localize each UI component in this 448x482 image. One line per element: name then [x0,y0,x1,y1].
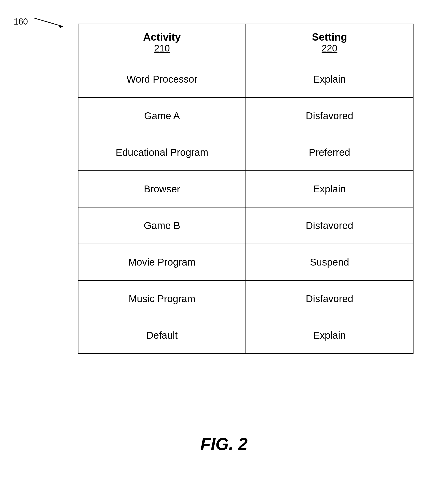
setting-cell: Explain [246,317,413,354]
table-row: Game ADisfavored [78,97,413,134]
setting-cell: Explain [246,171,413,207]
reference-arrow [30,15,68,29]
svg-marker-1 [59,24,63,28]
activity-header: Activity 210 [78,24,246,61]
activity-cell: Word Processor [78,61,246,97]
table-row: Game BDisfavored [78,207,413,244]
activity-cell: Music Program [78,280,246,317]
activity-settings-table: Activity 210 Setting 220 Word ProcessorE… [78,23,414,354]
reference-number: 160 [14,17,28,27]
setting-header: Setting 220 [246,24,413,61]
activity-header-number: 210 [83,43,241,54]
page-container: 160 Activity 210 Setting 220 [0,0,448,482]
setting-header-title: Setting [251,31,408,43]
table-row: Movie ProgramSuspend [78,244,413,280]
setting-cell: Explain [246,61,413,97]
setting-cell: Disfavored [246,97,413,134]
activity-cell: Game B [78,207,246,244]
table-body: Word ProcessorExplainGame ADisfavoredEdu… [78,61,413,354]
figure-label: FIG. 2 [200,434,248,454]
activity-cell: Default [78,317,246,354]
setting-cell: Suspend [246,244,413,280]
activity-cell: Educational Program [78,134,246,171]
activity-cell: Movie Program [78,244,246,280]
table-wrapper: Activity 210 Setting 220 Word ProcessorE… [78,23,414,354]
table-row: Educational ProgramPreferred [78,134,413,171]
setting-cell: Disfavored [246,280,413,317]
table-row: Music ProgramDisfavored [78,280,413,317]
setting-header-number: 220 [251,43,408,54]
table-header-row: Activity 210 Setting 220 [78,24,413,61]
table-row: DefaultExplain [78,317,413,354]
activity-cell: Browser [78,171,246,207]
activity-header-title: Activity [83,31,241,43]
table-row: BrowserExplain [78,171,413,207]
setting-cell: Disfavored [246,207,413,244]
svg-line-0 [34,18,63,26]
setting-cell: Preferred [246,134,413,171]
activity-cell: Game A [78,97,246,134]
table-row: Word ProcessorExplain [78,61,413,97]
